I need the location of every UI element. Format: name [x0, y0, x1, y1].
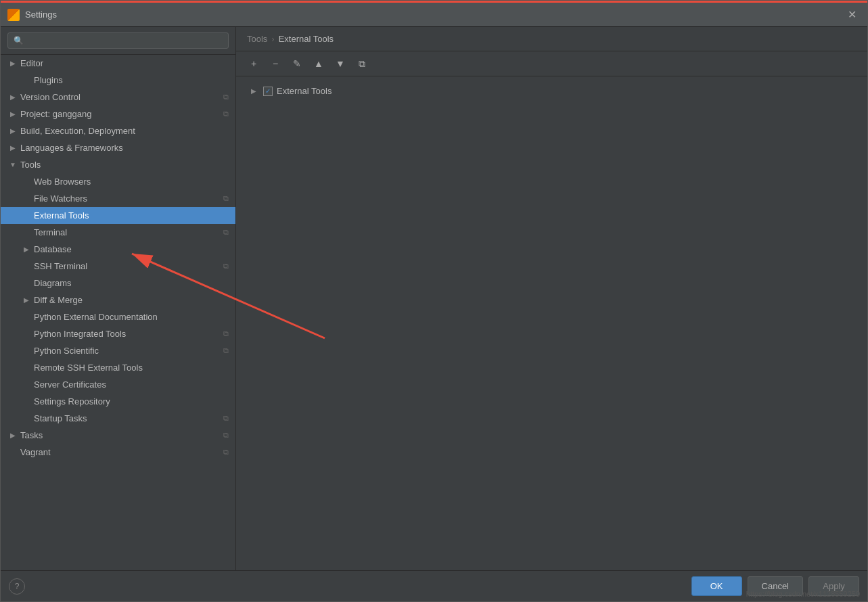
external-tools-label: External Tools: [277, 86, 332, 96]
nav-label-remote-ssh: Remote SSH External Tools: [34, 363, 229, 373]
nav-label-startup-tasks: Startup Tasks: [34, 413, 223, 423]
nav-label-python-ext-doc: Python External Documentation: [34, 312, 229, 322]
sidebar-item-terminal[interactable]: Terminal⧉: [1, 224, 235, 241]
arrow-icon-tasks: ▶: [9, 432, 17, 439]
sidebar-item-python-integrated[interactable]: Python Integrated Tools⧉: [1, 325, 235, 342]
breadcrumb-separator: ›: [271, 34, 274, 44]
main-panel: Tools › External Tools + − ✎ ▲ ▼ ⧉ ▶ ✓: [236, 27, 867, 570]
nav-label-ssh-terminal: SSH Terminal: [34, 261, 223, 271]
nav-label-python-scientific: Python Scientific: [34, 346, 223, 356]
nav-label-plugins: Plugins: [34, 75, 229, 85]
breadcrumb: Tools › External Tools: [236, 27, 867, 51]
nav-label-settings-repo: Settings Repository: [34, 396, 229, 407]
sidebar-item-server-certs[interactable]: Server Certificates: [1, 376, 235, 393]
nav-label-tools: Tools: [20, 160, 229, 170]
search-box: [1, 27, 235, 55]
sidebar: ▶EditorPlugins▶Version Control⧉▶Project:…: [1, 27, 236, 570]
arrow-icon-project-ganggang: ▶: [9, 110, 17, 118]
window-title: Settings: [25, 9, 844, 20]
sidebar-item-startup-tasks[interactable]: Startup Tasks⧉: [1, 410, 235, 427]
remove-button[interactable]: −: [266, 55, 285, 72]
sidebar-item-diff-merge[interactable]: ▶Diff & Merge: [1, 292, 235, 308]
copy-icon-startup-tasks: ⧉: [223, 414, 229, 423]
sidebar-item-plugins[interactable]: Plugins: [1, 72, 235, 89]
breadcrumb-parent: Tools: [247, 34, 267, 44]
move-down-button[interactable]: ▼: [331, 55, 350, 72]
breadcrumb-current: External Tools: [279, 34, 334, 44]
copy-icon-project-ganggang: ⧉: [223, 110, 229, 118]
nav-label-project-ganggang: Project: ganggang: [20, 109, 223, 119]
sidebar-nav: ▶EditorPlugins▶Version Control⧉▶Project:…: [1, 55, 235, 570]
arrow-icon-languages-frameworks: ▶: [9, 144, 17, 152]
sidebar-item-web-browsers[interactable]: Web Browsers: [1, 173, 235, 190]
sidebar-item-project-ganggang[interactable]: ▶Project: ganggang⧉: [1, 106, 235, 122]
nav-label-diagrams: Diagrams: [34, 278, 229, 288]
sidebar-item-python-ext-doc[interactable]: Python External Documentation: [1, 308, 235, 325]
copy-icon-file-watchers: ⧉: [223, 194, 229, 203]
copy-button[interactable]: ⧉: [352, 55, 371, 72]
sidebar-item-vagrant[interactable]: Vagrant⧉: [1, 444, 235, 461]
sidebar-item-tools[interactable]: ▼Tools: [1, 156, 235, 173]
nav-label-build-execution: Build, Execution, Deployment: [20, 126, 229, 136]
sidebar-item-external-tools[interactable]: External Tools: [1, 207, 235, 224]
tree-item-external-tools[interactable]: ▶ ✓ External Tools: [247, 83, 856, 99]
nav-label-editor: Editor: [20, 58, 229, 68]
nav-label-web-browsers: Web Browsers: [34, 177, 229, 187]
title-bar: Settings ✕: [1, 3, 867, 27]
arrow-icon-tools: ▼: [9, 161, 17, 168]
nav-label-vagrant: Vagrant: [20, 447, 223, 457]
sidebar-item-diagrams[interactable]: Diagrams: [1, 275, 235, 292]
nav-label-languages-frameworks: Languages & Frameworks: [20, 143, 229, 153]
copy-icon-vagrant: ⧉: [223, 448, 229, 457]
url-text: https://blog.csdn.net/x1128559250: [746, 590, 860, 598]
nav-label-file-watchers: File Watchers: [34, 193, 223, 204]
nav-label-terminal: Terminal: [34, 227, 223, 237]
nav-label-external-tools: External Tools: [34, 210, 229, 221]
arrow-icon-version-control: ▶: [9, 93, 17, 101]
copy-icon-terminal: ⧉: [223, 228, 229, 237]
ok-button[interactable]: OK: [691, 576, 742, 596]
copy-icon-tasks: ⧉: [223, 431, 229, 440]
bottom-bar: ? OK Cancel Apply: [1, 570, 867, 601]
sidebar-item-build-execution[interactable]: ▶Build, Execution, Deployment: [1, 122, 235, 139]
nav-label-database: Database: [34, 244, 229, 254]
arrow-icon-build-execution: ▶: [9, 127, 17, 135]
sidebar-item-python-scientific[interactable]: Python Scientific⧉: [1, 342, 235, 359]
arrow-icon-editor: ▶: [9, 60, 17, 67]
edit-button[interactable]: ✎: [288, 55, 306, 72]
copy-icon-python-scientific: ⧉: [223, 346, 229, 355]
sidebar-item-version-control[interactable]: ▶Version Control⧉: [1, 89, 235, 106]
copy-icon-ssh-terminal: ⧉: [223, 262, 229, 271]
app-icon: [7, 9, 20, 21]
help-button[interactable]: ?: [9, 578, 25, 595]
arrow-icon-diff-merge: ▶: [22, 296, 30, 304]
close-button[interactable]: ✕: [844, 7, 861, 22]
nav-label-server-certs: Server Certificates: [34, 379, 229, 390]
move-up-button[interactable]: ▲: [309, 55, 328, 72]
sidebar-item-tasks[interactable]: ▶Tasks⧉: [1, 427, 235, 444]
arrow-icon-database: ▶: [22, 246, 30, 253]
search-input[interactable]: [7, 32, 229, 49]
external-tools-checkbox[interactable]: ✓: [263, 87, 273, 96]
nav-label-version-control: Version Control: [20, 92, 223, 102]
sidebar-item-database[interactable]: ▶Database: [1, 241, 235, 258]
toolbar: + − ✎ ▲ ▼ ⧉: [236, 51, 867, 76]
sidebar-item-settings-repo[interactable]: Settings Repository: [1, 393, 235, 410]
sidebar-item-remote-ssh[interactable]: Remote SSH External Tools: [1, 359, 235, 376]
sidebar-item-languages-frameworks[interactable]: ▶Languages & Frameworks: [1, 139, 235, 156]
tree-arrow-icon: ▶: [251, 87, 259, 95]
copy-icon-python-integrated: ⧉: [223, 329, 229, 338]
copy-icon-version-control: ⧉: [223, 93, 229, 101]
nav-label-diff-merge: Diff & Merge: [34, 295, 229, 305]
nav-label-python-integrated: Python Integrated Tools: [34, 329, 223, 339]
sidebar-item-ssh-terminal[interactable]: SSH Terminal⧉: [1, 258, 235, 275]
sidebar-item-file-watchers[interactable]: File Watchers⧉: [1, 190, 235, 207]
sidebar-item-editor[interactable]: ▶Editor: [1, 55, 235, 72]
nav-label-tasks: Tasks: [20, 430, 223, 440]
main-content: ▶ ✓ External Tools: [236, 76, 867, 570]
add-button[interactable]: +: [244, 55, 263, 72]
